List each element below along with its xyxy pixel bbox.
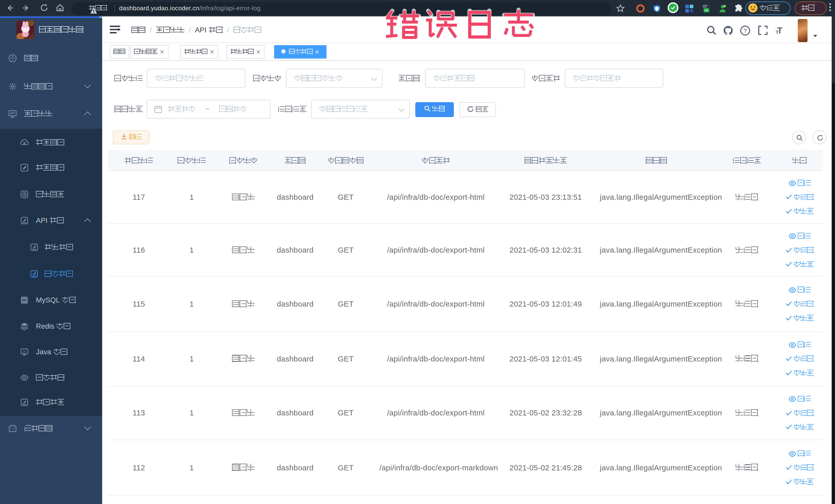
svg-text:on: on — [705, 9, 708, 12]
svg-text:?: ? — [744, 27, 747, 34]
svg-text:T: T — [776, 30, 778, 35]
svg-text:ja: ja — [23, 350, 26, 354]
